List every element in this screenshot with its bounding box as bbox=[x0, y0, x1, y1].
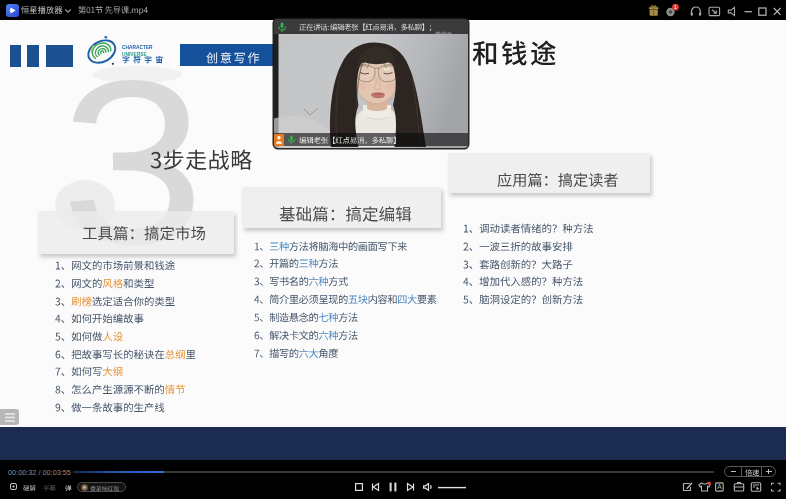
svg-text:A: A bbox=[717, 483, 722, 490]
svg-text:1: 1 bbox=[674, 4, 677, 10]
